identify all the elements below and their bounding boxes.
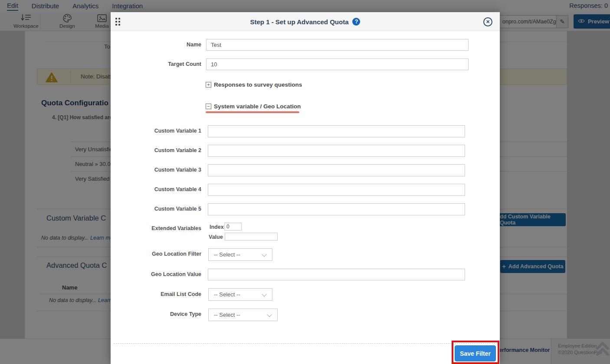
device-type-select[interactable]: -- Select -- <box>208 309 278 321</box>
geo-location-filter-label: Geo Location Filter <box>111 251 201 257</box>
index-input[interactable] <box>224 223 242 231</box>
email-list-code-select[interactable]: -- Select -- <box>208 288 272 301</box>
target-count-label: Target Count <box>111 61 201 67</box>
footer-separator <box>114 343 497 344</box>
name-label: Name <box>111 42 201 48</box>
custom-variable-5-input[interactable] <box>208 203 465 215</box>
custom-variable-4-label: Custom Variable 4 <box>111 186 201 192</box>
custom-variable-2-input[interactable] <box>208 145 465 157</box>
geo-location-value-label: Geo Location Value <box>111 271 201 277</box>
system-variable-section-toggle[interactable]: − System variable / Geo Location <box>206 103 301 110</box>
annotation-highlight-box <box>452 341 499 364</box>
custom-variable-3-label: Custom Variable 3 <box>111 167 201 173</box>
custom-variable-4-input[interactable] <box>208 184 465 196</box>
value-input[interactable] <box>225 233 278 240</box>
page: Edit Distribute Analytics Integration Re… <box>0 0 610 364</box>
modal-header: Step 1 - Set up Advanced Quota ? ✕ <box>111 12 500 31</box>
custom-variable-1-label: Custom Variable 1 <box>111 128 201 134</box>
target-count-input[interactable] <box>206 58 469 70</box>
drag-handle-icon[interactable] <box>115 18 120 26</box>
device-type-label: Device Type <box>111 311 201 317</box>
geo-location-value-input[interactable] <box>208 269 465 280</box>
chevron-down-icon <box>267 312 272 317</box>
chevron-down-icon <box>262 252 266 257</box>
geo-location-filter-select[interactable]: -- Select -- <box>208 248 272 261</box>
extended-variables-label: Extended Variables <box>111 225 201 231</box>
modal-title: Step 1 - Set up Advanced Quota <box>250 18 349 26</box>
value-label: Value : <box>209 234 226 240</box>
name-input[interactable] <box>206 39 469 51</box>
expand-icon: + <box>206 82 211 88</box>
chevron-down-icon <box>262 292 266 296</box>
custom-variable-1-input[interactable] <box>208 125 465 137</box>
custom-variable-5-label: Custom Variable 5 <box>111 206 201 212</box>
collapse-icon: − <box>206 104 211 109</box>
email-list-code-label: Email List Code <box>111 291 201 297</box>
close-icon[interactable]: ✕ <box>483 17 492 26</box>
help-icon[interactable]: ? <box>352 18 360 26</box>
custom-variable-2-label: Custom Variable 2 <box>111 147 201 153</box>
annotation-underline <box>206 111 299 113</box>
advanced-quota-modal: Step 1 - Set up Advanced Quota ? ✕ Name … <box>111 12 500 364</box>
custom-variable-3-input[interactable] <box>208 164 465 176</box>
responses-section-toggle[interactable]: + Responses to survey questions <box>206 81 302 88</box>
